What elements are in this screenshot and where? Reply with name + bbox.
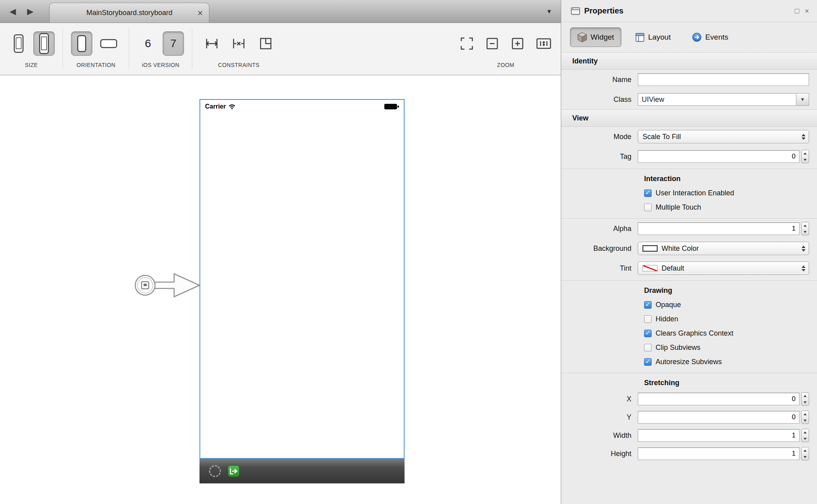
background-row: Background White Color bbox=[561, 239, 817, 258]
mode-popup[interactable]: Scale To Fill bbox=[638, 130, 809, 143]
interaction-group-title: Interaction bbox=[561, 169, 817, 186]
tab-layout[interactable]: Layout bbox=[628, 27, 678, 47]
alpha-label: Alpha bbox=[561, 225, 638, 233]
close-panel-icon[interactable]: × bbox=[805, 7, 809, 15]
class-dropdown-icon[interactable]: ▼ bbox=[796, 94, 809, 105]
exit-segue-icon[interactable] bbox=[227, 465, 240, 477]
x-stepper[interactable] bbox=[801, 392, 809, 406]
tab-close-icon[interactable]: × bbox=[198, 8, 203, 17]
uiview-canvas[interactable]: Carrier bbox=[199, 99, 405, 459]
multiple-touch-row: Multiple Touch bbox=[561, 200, 817, 214]
width-stepper[interactable] bbox=[801, 429, 809, 442]
stretch-width-row: Width bbox=[561, 426, 817, 445]
opaque-row: Opaque bbox=[561, 298, 817, 312]
constraint-spacing-button[interactable] bbox=[227, 31, 250, 56]
zoom-out-icon bbox=[484, 36, 500, 52]
orientation-label: ORIENTATION bbox=[77, 62, 115, 68]
background-label: Background bbox=[561, 244, 638, 253]
clip-subviews-row: Clip Subviews bbox=[561, 340, 817, 355]
autoresize-subviews-row: Autoresize Subviews bbox=[561, 355, 817, 369]
tag-stepper[interactable] bbox=[801, 150, 809, 163]
size-4-inch-button[interactable] bbox=[33, 31, 55, 56]
clears-graphics-context-row: Clears Graphics Context bbox=[561, 326, 817, 340]
zoom-actual-size-button[interactable] bbox=[532, 31, 555, 56]
name-row: Name bbox=[561, 70, 817, 90]
constraint-pin-width-button[interactable] bbox=[200, 31, 223, 56]
background-popup[interactable]: White Color bbox=[638, 242, 809, 255]
toolbar-separator bbox=[63, 28, 63, 69]
storyboard-canvas[interactable]: Carrier bbox=[0, 75, 561, 504]
popup-arrows-icon bbox=[802, 265, 805, 271]
alpha-stepper[interactable] bbox=[801, 222, 809, 235]
multiple-touch-checkbox[interactable] bbox=[644, 204, 652, 211]
ios6-button[interactable]: 6 bbox=[137, 31, 159, 56]
hidden-checkbox[interactable] bbox=[644, 315, 652, 323]
zoom-fit-button[interactable] bbox=[456, 31, 478, 56]
opaque-checkbox[interactable] bbox=[644, 301, 652, 309]
view-controller-scene[interactable]: Carrier bbox=[199, 99, 405, 483]
phone-4-inch-icon bbox=[38, 32, 50, 55]
editor-tab-bar: ◀ ▶ MainStoryboard.storyboard × ▼ bbox=[0, 0, 561, 23]
initial-view-controller-arrow[interactable] bbox=[133, 269, 202, 302]
orientation-portrait-button[interactable] bbox=[71, 31, 92, 56]
tabs-menu-icon[interactable]: ▼ bbox=[546, 8, 552, 15]
mode-row: Mode Scale To Fill bbox=[561, 127, 817, 147]
popup-arrows-icon bbox=[802, 246, 805, 252]
ios-version-group: 6 7 iOS VERSION bbox=[137, 26, 184, 68]
tag-input[interactable] bbox=[638, 150, 800, 163]
size-3-5-inch-button[interactable] bbox=[8, 31, 29, 56]
app-window: ◀ ▶ MainStoryboard.storyboard × ▼ SIZE bbox=[0, 0, 817, 504]
tint-popup[interactable]: Default bbox=[638, 262, 809, 275]
y-input[interactable] bbox=[638, 411, 800, 424]
carrier-label: Carrier bbox=[205, 103, 226, 110]
zoom-out-button[interactable] bbox=[481, 31, 503, 56]
class-label: Class bbox=[561, 95, 638, 104]
tab-events[interactable]: Events bbox=[685, 27, 736, 47]
tab-widget[interactable]: Widget bbox=[570, 27, 621, 47]
first-responder-icon[interactable] bbox=[209, 465, 221, 477]
popup-arrows-icon bbox=[802, 134, 805, 140]
orientation-landscape-button[interactable] bbox=[96, 31, 121, 56]
properties-panel-icon bbox=[571, 7, 580, 15]
default-tint-swatch bbox=[642, 265, 658, 271]
pin-width-icon bbox=[203, 35, 221, 52]
width-input[interactable] bbox=[638, 429, 800, 442]
properties-header: Properties □ × bbox=[561, 0, 817, 22]
landscape-phone-icon bbox=[99, 38, 118, 49]
x-label: X bbox=[561, 395, 638, 403]
height-input[interactable] bbox=[638, 447, 800, 460]
hidden-row: Hidden bbox=[561, 312, 817, 326]
back-button[interactable]: ◀ bbox=[4, 7, 21, 16]
clears-graphics-context-checkbox[interactable] bbox=[644, 330, 652, 337]
zoom-in-button[interactable] bbox=[507, 31, 528, 56]
forward-button[interactable]: ▶ bbox=[21, 7, 39, 16]
actual-size-icon bbox=[535, 36, 552, 52]
zoom-group: ZOOM bbox=[456, 26, 555, 68]
tint-label: Tint bbox=[561, 264, 638, 273]
autoresize-subviews-checkbox[interactable] bbox=[644, 358, 652, 366]
height-label: Height bbox=[561, 450, 638, 458]
battery-icon bbox=[384, 103, 400, 110]
events-icon bbox=[692, 32, 702, 42]
zoom-in-icon bbox=[510, 36, 525, 52]
ios7-button[interactable]: 7 bbox=[163, 31, 184, 56]
float-panel-icon[interactable]: □ bbox=[794, 7, 799, 15]
name-label: Name bbox=[561, 76, 638, 84]
y-label: Y bbox=[561, 413, 638, 422]
zoom-label: ZOOM bbox=[497, 62, 514, 68]
clip-subviews-checkbox[interactable] bbox=[644, 344, 652, 351]
tab-mainstoryboard[interactable]: MainStoryboard.storyboard × bbox=[49, 3, 209, 23]
x-input[interactable] bbox=[638, 393, 800, 405]
user-interaction-enabled-checkbox[interactable] bbox=[644, 189, 652, 197]
name-input[interactable] bbox=[638, 73, 809, 86]
alpha-input[interactable] bbox=[638, 222, 800, 235]
status-bar: Carrier bbox=[205, 103, 400, 110]
identity-section-header: Identity bbox=[561, 52, 817, 70]
layout-icon bbox=[635, 33, 644, 42]
y-stepper[interactable] bbox=[801, 410, 809, 424]
height-stepper[interactable] bbox=[801, 447, 809, 460]
constraint-resize-button[interactable] bbox=[254, 31, 277, 56]
class-combo[interactable]: UIView ▼ bbox=[638, 93, 809, 106]
stretch-y-row: Y bbox=[561, 408, 817, 426]
stretch-height-row: Height bbox=[561, 445, 817, 463]
